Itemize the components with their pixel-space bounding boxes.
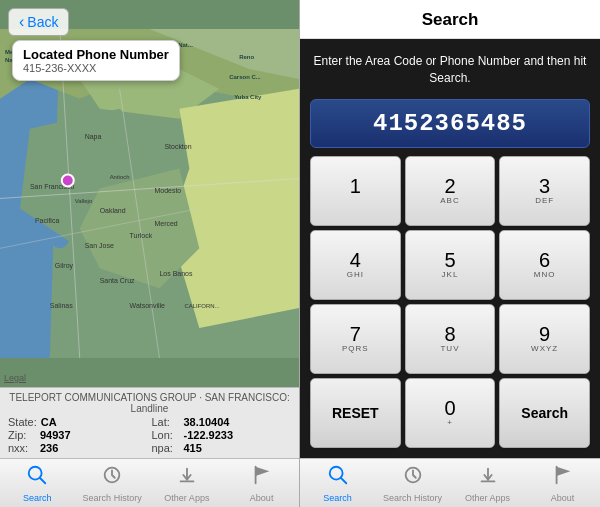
key-4-digit: 4 (350, 250, 361, 270)
svg-text:Vallejo: Vallejo (75, 198, 93, 204)
svg-text:Yuba City: Yuba City (234, 94, 262, 100)
info-grid: State: CA Lat: 38.10404 Zip: 94937 Lon: … (8, 416, 291, 454)
flag-icon (251, 464, 273, 491)
svg-text:San Jose: San Jose (85, 242, 114, 249)
key-9[interactable]: 9 WXYZ (499, 304, 590, 374)
key-6[interactable]: 6 MNO (499, 230, 590, 300)
nxx-label: nxx: (8, 442, 36, 454)
history-icon (101, 464, 123, 491)
key-reset[interactable]: RESET (310, 378, 401, 448)
info-row-npa: npa: 415 (152, 442, 292, 454)
info-bar: TELEPORT COMMUNICATIONS GROUP · SAN FRAN… (0, 387, 299, 458)
key-8-letters: TUV (440, 344, 459, 353)
svg-text:Oakland: Oakland (100, 207, 126, 214)
svg-marker-44 (255, 466, 269, 475)
key-9-letters: WXYZ (531, 344, 558, 353)
lat-value: 38.10404 (184, 416, 230, 428)
right-tab-history[interactable]: Search History (375, 460, 450, 507)
svg-text:Modesto: Modesto (154, 188, 181, 195)
right-tab-about[interactable]: About (525, 460, 600, 507)
key-3-letters: DEF (535, 196, 554, 205)
key-5[interactable]: 5 JKL (405, 230, 496, 300)
left-tab-otherapps-label: Other Apps (164, 493, 209, 503)
key-3[interactable]: 3 DEF (499, 156, 590, 226)
key-2-letters: ABC (440, 196, 459, 205)
info-row-lon: Lon: -122.9233 (152, 429, 292, 441)
right-tab-otherapps[interactable]: Other Apps (450, 460, 525, 507)
key-1-letters (354, 196, 357, 205)
key-0[interactable]: 0 + (405, 378, 496, 448)
svg-text:Pacifica: Pacifica (35, 217, 60, 224)
left-tab-about-label: About (250, 493, 274, 503)
key-5-letters: JKL (442, 270, 459, 279)
key-2-digit: 2 (444, 176, 455, 196)
svg-marker-51 (556, 466, 570, 475)
key-6-letters: MNO (534, 270, 556, 279)
svg-line-46 (340, 477, 346, 483)
search-instruction: Enter the Area Code or Phone Number and … (310, 49, 590, 91)
info-row-nxx: nxx: 236 (8, 442, 148, 454)
key-0-letters: + (447, 418, 453, 427)
key-1-digit: 1 (350, 176, 361, 196)
key-1[interactable]: 1 (310, 156, 401, 226)
key-4-letters: GHI (347, 270, 364, 279)
location-popup: Located Phone Number 415-236-XXXX (12, 40, 180, 81)
search-icon (26, 464, 48, 491)
download-icon (176, 464, 198, 491)
lon-value: -122.9233 (184, 429, 234, 441)
state-value: CA (41, 416, 57, 428)
right-tab-search-label: Search (323, 493, 352, 503)
left-panel: Napa San Francisco Oakland San Jose Stoc… (0, 0, 300, 507)
key-8[interactable]: 8 TUV (405, 304, 496, 374)
back-button[interactable]: ‹ Back (8, 8, 69, 36)
left-tab-about[interactable]: About (224, 460, 299, 507)
svg-text:Carson C...: Carson C... (229, 74, 261, 80)
zip-value: 94937 (40, 429, 71, 441)
svg-text:Salinas: Salinas (50, 302, 73, 309)
npa-label: npa: (152, 442, 180, 454)
svg-text:CALIFORN...: CALIFORN... (184, 303, 219, 309)
svg-text:Watsonville: Watsonville (130, 302, 165, 309)
left-tab-otherapps[interactable]: Other Apps (150, 460, 225, 507)
legal-link[interactable]: Legal (4, 373, 26, 383)
left-tab-history[interactable]: Search History (75, 460, 150, 507)
carrier-info: TELEPORT COMMUNICATIONS GROUP · SAN FRAN… (8, 392, 291, 414)
right-history-icon (402, 464, 424, 491)
phone-number: 4152365485 (373, 110, 527, 137)
key-3-digit: 3 (539, 176, 550, 196)
right-panel: Search Enter the Area Code or Phone Numb… (300, 0, 600, 507)
lat-label: Lat: (152, 416, 180, 428)
left-tab-bar: Search Search History Other Apps (0, 458, 299, 507)
left-tab-search[interactable]: Search (0, 460, 75, 507)
state-label: State: (8, 416, 37, 428)
right-tab-history-label: Search History (383, 493, 442, 503)
info-row-state: State: CA (8, 416, 148, 428)
svg-rect-49 (480, 480, 495, 482)
key-search[interactable]: Search (499, 378, 590, 448)
key-2[interactable]: 2 ABC (405, 156, 496, 226)
right-tab-search[interactable]: Search (300, 460, 375, 507)
left-tab-search-label: Search (23, 493, 52, 503)
key-5-digit: 5 (444, 250, 455, 270)
svg-line-39 (40, 477, 46, 483)
svg-text:Gilroy: Gilroy (55, 262, 74, 270)
svg-text:Merced: Merced (154, 220, 177, 227)
back-label: Back (27, 14, 58, 30)
right-tab-otherapps-label: Other Apps (465, 493, 510, 503)
right-tab-about-label: About (551, 493, 575, 503)
lon-label: Lon: (152, 429, 180, 441)
svg-text:Turlock: Turlock (130, 232, 153, 239)
key-7-letters: PQRS (342, 344, 369, 353)
map-container: Napa San Francisco Oakland San Jose Stoc… (0, 0, 299, 387)
key-7[interactable]: 7 PQRS (310, 304, 401, 374)
key-4[interactable]: 4 GHI (310, 230, 401, 300)
right-search-icon (327, 464, 349, 491)
npa-value: 415 (184, 442, 202, 454)
svg-text:Los Banos: Los Banos (159, 270, 192, 277)
right-title: Search (422, 10, 479, 29)
nxx-value: 236 (40, 442, 58, 454)
phone-display: 4152365485 (310, 99, 590, 148)
svg-text:Reno: Reno (239, 54, 254, 60)
info-row-lat: Lat: 38.10404 (152, 416, 292, 428)
key-8-digit: 8 (444, 324, 455, 344)
